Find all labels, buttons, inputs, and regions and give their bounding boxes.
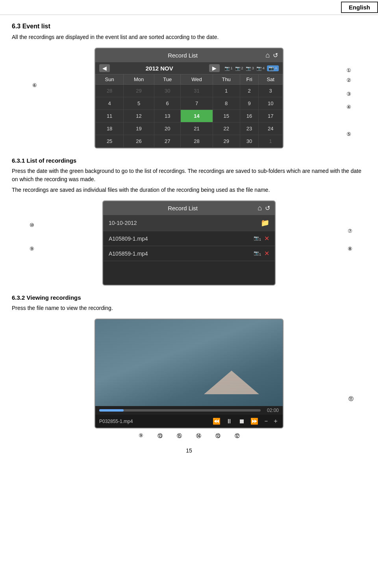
month-label: 2012 NOV [110,65,209,72]
date-cell-active[interactable]: 14 [181,110,213,122]
table-row: 25 26 27 28 29 30 1 [96,135,283,148]
cam-1-icon[interactable]: 📷1 [224,66,233,71]
date-cell[interactable]: 29 [124,85,154,97]
delete-button-1[interactable]: ✕ [264,235,269,242]
date-cell[interactable]: 28 [96,85,124,97]
filelist-diagram: ⑩ ⑨ ⑦ ⑧ Record List ⌂ ↺ 10-10-2012 📁 [12,200,366,286]
pause-button[interactable]: ⏸ [224,418,234,425]
date-cell[interactable]: 17 [259,110,283,122]
date-cell[interactable]: 25 [96,135,124,148]
record-list-header: Record List ⌂ ↺ [95,48,283,62]
date-cell[interactable]: 28 [181,135,213,148]
callout-12: ⑫ [235,432,240,440]
section-6-3-2-title: 6.3.2 Viewing recordings [12,294,366,301]
delete-button-2[interactable]: ✕ [264,250,269,257]
cam-3-icon[interactable]: 📷3 [246,66,254,71]
camera-icons: 📷1 📷2 📷3 📷4 📷A [224,65,279,71]
empty-space [103,261,275,285]
date-cell[interactable]: 4 [96,97,124,110]
progress-fill [99,409,124,412]
stop-button[interactable]: ⏹ [237,418,246,425]
refresh-icon[interactable]: ↺ [265,204,270,212]
cam-badge-2: 📷1 [254,250,261,256]
date-cell[interactable]: 3 [259,85,283,97]
file-row-2[interactable]: A105859-1.mp4 📷1 ✕ [103,246,275,261]
folder-name: 10-10-2012 [109,220,261,226]
date-cell[interactable]: 23 [240,122,259,135]
day-sat: Sat [259,74,283,85]
prev-month-button[interactable]: ◀ [99,64,110,72]
video-diagram: ⑪ ⌂ ↺ 02:00 P032855-1.mp4 [12,319,366,428]
file-name-2: A105859-1.mp4 [109,250,254,257]
date-cell[interactable]: 31 [181,85,213,97]
date-cell[interactable]: 30 [240,135,259,148]
calendar-table: Sun Mon Tue Wed Thu Fri Sat 28 29 30 31 [95,74,283,148]
date-cell[interactable]: 24 [259,122,283,135]
day-thu: Thu [213,74,240,85]
date-cell[interactable]: 27 [154,135,181,148]
date-cell[interactable]: 12 [124,110,154,122]
date-cell[interactable]: 6 [154,97,181,110]
cam-2-icon[interactable]: 📷2 [235,66,243,71]
refresh-icon[interactable]: ↺ [273,52,278,59]
callout-1: ① [346,67,351,73]
date-cell[interactable]: 13 [154,110,181,122]
date-cell[interactable]: 26 [124,135,154,148]
date-cell[interactable]: 9 [240,97,259,110]
filelist-title: Record List [108,205,258,211]
date-cell[interactable]: 16 [240,110,259,122]
day-sun: Sun [96,74,124,85]
calendar-nav: ◀ 2012 NOV ▶ 📷1 📷2 📷3 📷4 📷A [95,62,283,74]
date-cell[interactable]: 1 [213,85,240,97]
cam-4-icon[interactable]: 📷4 [256,66,265,71]
page-number: 15 [12,447,366,454]
folder-actions: 📁 [261,219,269,227]
date-cell[interactable]: 15 [213,110,240,122]
callout-2: ② [346,77,351,83]
filelist-header-icons: ⌂ ↺ [258,204,270,212]
date-cell[interactable]: 20 [154,122,181,135]
date-cell[interactable]: 18 [96,122,124,135]
table-row: 4 5 6 7 8 9 10 [96,97,283,110]
date-cell[interactable]: 19 [124,122,154,135]
callout-4: ④ [346,104,351,110]
file-1-actions: 📷1 ✕ [254,235,269,242]
progress-track[interactable] [99,409,261,412]
folder-row[interactable]: 10-10-2012 📁 [103,215,275,231]
callout-14: ⑭ [196,432,201,440]
table-row: 28 29 30 31 1 2 3 [96,85,283,97]
date-cell[interactable]: 30 [154,85,181,97]
file-row-1[interactable]: A105809-1.mp4 📷1 ✕ [103,231,275,246]
callout-7: ⑦ [348,228,352,234]
callout-6: ⑥ [32,82,37,88]
home-icon[interactable]: ⌂ [258,204,262,212]
date-cell[interactable]: 29 [213,135,240,148]
date-cell[interactable]: 11 [96,110,124,122]
day-fri: Fri [240,74,259,85]
rewind-button[interactable]: ⏪ [212,417,221,425]
section-6-3-intro: All the recordings are displayed in the … [12,33,366,41]
date-cell[interactable]: 21 [181,122,213,135]
date-cell[interactable]: 10 [259,97,283,110]
folder-icon: 📁 [261,219,269,227]
section-6-3-1-text1: Press the date with the green background… [12,167,366,184]
callout-11: ⑪ [348,395,354,403]
home-icon[interactable]: ⌂ [265,51,270,59]
volume-up-button[interactable]: ＋ [272,417,279,425]
cam-A-icon[interactable]: 📷A [267,65,279,71]
section-6-3-title: 6.3 Event list [12,23,366,30]
next-month-button[interactable]: ▶ [209,64,220,72]
volume-controls: － ＋ [263,417,279,425]
date-cell[interactable]: 8 [213,97,240,110]
video-controls: P032855-1.mp4 ⏪ ⏸ ⏹ ⏩ － ＋ [95,415,283,428]
date-cell[interactable]: 5 [124,97,154,110]
date-cell[interactable]: 1 [259,135,283,148]
forward-button[interactable]: ⏩ [250,417,259,425]
day-mon: Mon [124,74,154,85]
date-cell[interactable]: 2 [240,85,259,97]
date-cell[interactable]: 22 [213,122,240,135]
filelist-header: Record List ⌂ ↺ [103,201,275,215]
date-cell[interactable]: 7 [181,97,213,110]
section-6-3-1-text2: The recordings are saved as individual f… [12,186,366,194]
volume-down-button[interactable]: － [263,417,269,425]
